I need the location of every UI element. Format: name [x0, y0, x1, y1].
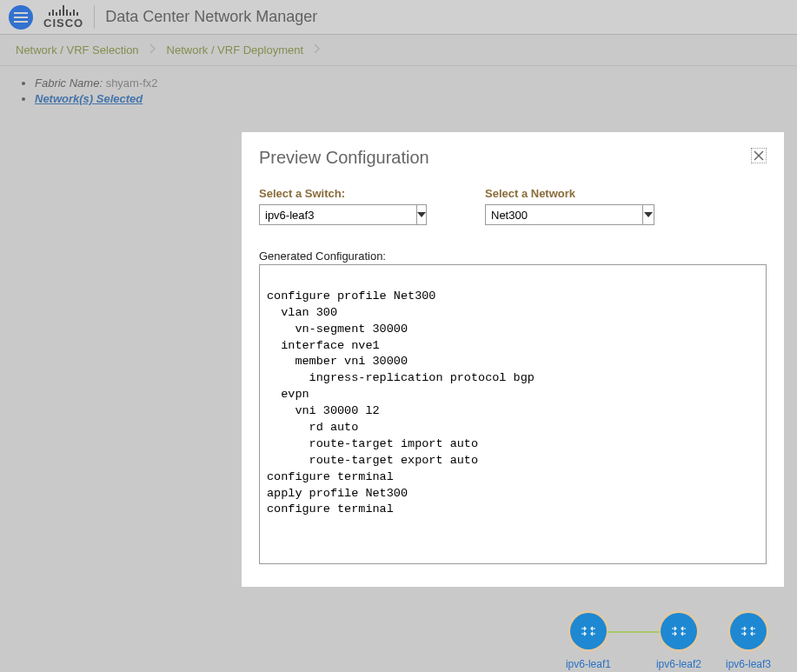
topology-node[interactable]: ipv6-leaf3: [726, 609, 771, 670]
topology-node-label: ipv6-leaf2: [656, 658, 701, 670]
topology-nodes: ipv6-leaf1 ipv6-leaf2 ipv6-l: [566, 609, 771, 670]
switch-icon: [671, 625, 687, 637]
select-network-group: Select a Network: [485, 187, 654, 225]
generated-configuration-textarea[interactable]: [259, 264, 767, 564]
svg-marker-5: [417, 212, 426, 217]
select-switch-dropdown-button[interactable]: [416, 204, 427, 225]
topology-node[interactable]: ipv6-leaf2: [656, 609, 701, 670]
chevron-down-icon: [644, 212, 653, 217]
svg-marker-6: [644, 212, 653, 217]
chevron-down-icon: [417, 212, 426, 217]
select-network-dropdown-button[interactable]: [642, 204, 654, 225]
select-switch-input[interactable]: [259, 204, 416, 225]
select-network-input[interactable]: [485, 204, 642, 225]
topology-link: [608, 631, 660, 633]
preview-config-modal: Preview Configuration Select a Switch: S…: [242, 132, 784, 587]
close-icon: [754, 150, 764, 161]
switch-icon: [741, 625, 756, 637]
topology-node-label: ipv6-leaf1: [566, 658, 611, 670]
close-button[interactable]: [751, 148, 767, 163]
generated-configuration-label: Generated Configuration:: [259, 250, 767, 263]
switch-icon: [581, 625, 596, 637]
modal-title: Preview Configuration: [259, 148, 429, 168]
select-switch-group: Select a Switch:: [259, 187, 389, 225]
topology-node[interactable]: ipv6-leaf1: [566, 609, 611, 670]
select-network-label: Select a Network: [485, 187, 654, 200]
topology-node-label: ipv6-leaf3: [726, 658, 771, 670]
select-switch-label: Select a Switch:: [259, 187, 389, 200]
